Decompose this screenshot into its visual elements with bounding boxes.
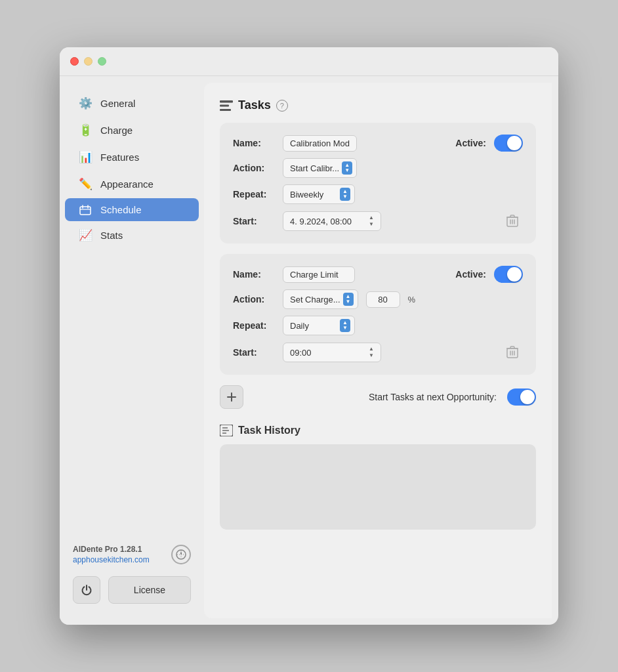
license-label: License [134,585,165,595]
task2-action-chevron-icon: ▲ ▼ [343,293,354,306]
task1-start-field[interactable]: 4. 9.2024, 08:00 ▲ ▼ [283,211,381,230]
svg-rect-10 [220,109,231,111]
task2-action-select[interactable]: Set Charge... ▲ ▼ [283,289,358,309]
add-task-button[interactable] [220,385,243,409]
opportunity-toggle-thumb [520,390,535,404]
task2-repeat-chevron-icon: ▲ ▼ [340,319,350,332]
svg-marker-7 [180,551,182,555]
main-panel: Tasks ? Name: Calibration Mod Active: [204,83,552,618]
task1-active-label: Active: [455,138,486,148]
action-chevron-icon: ▲ ▼ [342,161,352,175]
task1-name-field[interactable]: Calibration Mod [283,135,357,152]
task2-name-row: Name: Charge Limit Active: [233,266,523,283]
traffic-lights [70,57,106,66]
sidebar-label-stats: Stats [100,230,123,241]
chart-icon: 📊 [78,150,93,164]
sidebar-item-stats[interactable]: 📈 Stats [65,222,199,248]
maximize-button[interactable] [98,57,106,66]
gear-icon: ⚙️ [78,96,93,110]
task2-action-row: Action: Set Charge... ▲ ▼ 80 % [233,289,523,309]
task2-delete-button[interactable] [502,342,523,363]
tasks-icon [220,100,233,111]
charge-input[interactable]: 80 [366,291,400,308]
sidebar-label-charge: Charge [100,125,133,136]
task1-repeat-select[interactable]: Biweekly ▲ ▼ [283,184,355,204]
compass-icon[interactable] [171,545,191,564]
task2-start-stepper[interactable]: ▲ ▼ [369,346,374,358]
history-area [220,444,536,530]
tasks-title: Tasks [238,98,271,112]
opportunity-label: Start Tasks at next Opportunity: [369,392,497,402]
task-card-1: Name: Calibration Mod Active: Action: St… [220,123,536,243]
sidebar-nav: ⚙️ General 🔋 Charge 📊 Features ✏️ Appear… [60,89,204,545]
task1-start-label: Start: [233,216,275,226]
task2-active-toggle[interactable] [494,266,523,283]
history-header: Task History [220,425,536,436]
sidebar-item-features[interactable]: 📊 Features [65,144,199,170]
bottom-buttons: License [60,568,204,612]
help-icon[interactable]: ? [276,100,288,112]
task2-name-field[interactable]: Charge Limit [283,266,355,283]
svg-rect-0 [80,207,91,215]
task1-name-row: Name: Calibration Mod Active: [233,135,523,152]
close-button[interactable] [70,57,79,66]
task1-name-label: Name: [233,138,275,148]
sidebar-label-features: Features [100,152,139,163]
sidebar-item-appearance[interactable]: ✏️ Appearance [65,171,199,197]
app-link[interactable]: apphousekitchen.com [73,555,150,564]
battery-icon: 🔋 [78,123,93,137]
task1-action-row: Action: Start Calibr... ▲ ▼ [233,158,523,178]
svg-rect-9 [220,104,229,106]
history-title: Task History [238,425,300,436]
percent-label: % [408,295,416,304]
sidebar-label-schedule: Schedule [100,204,142,215]
app-window: ⚙️ General 🔋 Charge 📊 Features ✏️ Appear… [60,47,558,625]
stats-icon: 📈 [78,228,93,242]
task1-repeat-label: Repeat: [233,189,275,200]
task1-action-label: Action: [233,163,275,173]
schedule-icon [78,205,93,215]
task2-start-row: Start: 09:00 ▲ ▼ [233,342,523,363]
start-stepper[interactable]: ▲ ▼ [369,215,374,227]
task2-repeat-row: Repeat: Daily ▲ ▼ [233,316,523,335]
repeat-chevron-icon: ▲ ▼ [340,188,350,201]
titlebar [60,47,558,76]
app-info-row: AlDente Pro 1.28.1 apphousekitchen.com [60,545,204,568]
svg-rect-8 [220,100,233,103]
task2-name-label: Name: [233,269,275,280]
toggle-thumb-2 [507,267,522,282]
license-button[interactable]: License [108,576,191,604]
task1-action-select[interactable]: Start Calibr... ▲ ▼ [283,158,357,178]
sidebar-item-charge[interactable]: 🔋 Charge [65,117,199,143]
sidebar: ⚙️ General 🔋 Charge 📊 Features ✏️ Appear… [60,76,204,625]
toggle-thumb [507,136,522,150]
task-card-2: Name: Charge Limit Active: Action: Set C… [220,254,536,375]
task2-start-field[interactable]: 09:00 ▲ ▼ [283,343,381,362]
sidebar-label-general: General [100,98,135,109]
task1-delete-button[interactable] [502,211,523,232]
task1-repeat-row: Repeat: Biweekly ▲ ▼ [233,184,523,204]
task2-repeat-label: Repeat: [233,320,275,331]
task1-active-toggle[interactable] [494,135,523,152]
sidebar-item-schedule[interactable]: Schedule [65,198,199,221]
task2-repeat-select[interactable]: Daily ▲ ▼ [283,316,355,335]
history-icon [220,425,233,436]
power-button[interactable] [73,576,100,604]
bottom-bar: Start Tasks at next Opportunity: [220,385,536,409]
tasks-header: Tasks ? [220,98,536,112]
app-name: AlDente Pro 1.28.1 [73,545,150,554]
task2-action-label: Action: [233,294,275,304]
minimize-button[interactable] [84,57,93,66]
pencil-icon: ✏️ [78,177,93,191]
sidebar-item-general[interactable]: ⚙️ General [65,91,199,116]
task2-active-label: Active: [455,269,486,280]
task1-start-row: Start: 4. 9.2024, 08:00 ▲ ▼ [233,211,523,232]
task2-start-label: Start: [233,347,275,358]
sidebar-label-appearance: Appearance [100,178,154,190]
opportunity-toggle[interactable] [507,388,536,406]
